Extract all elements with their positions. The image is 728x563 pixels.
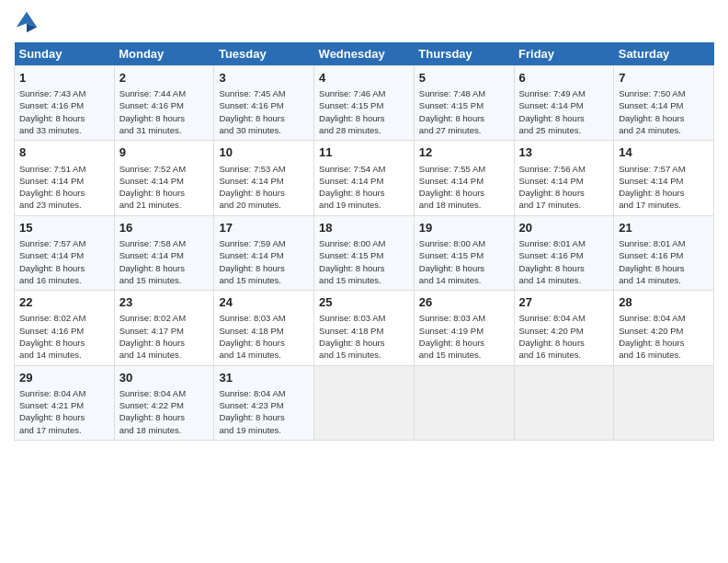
day-number: 15 [19,220,109,236]
header-cell-wednesday: Wednesday [314,42,415,66]
calendar-cell: 19Sunrise: 8:00 AMSunset: 4:15 PMDayligh… [414,215,514,290]
day-number: 6 [519,70,609,86]
calendar-cell: 17Sunrise: 7:59 AMSunset: 4:14 PMDayligh… [214,215,314,290]
header-cell-friday: Friday [514,42,614,66]
day-number: 7 [619,70,709,86]
day-number: 5 [419,70,509,86]
calendar-cell: 5Sunrise: 7:48 AMSunset: 4:15 PMDaylight… [414,66,514,141]
calendar-cell: 27Sunrise: 8:04 AMSunset: 4:20 PMDayligh… [514,291,614,365]
calendar-header-row: SundayMondayTuesdayWednesdayThursdayFrid… [15,42,714,66]
calendar-cell: 31Sunrise: 8:04 AMSunset: 4:23 PMDayligh… [214,365,314,440]
day-number: 18 [319,220,409,236]
calendar-cell: 20Sunrise: 8:01 AMSunset: 4:16 PMDayligh… [514,215,614,290]
calendar-cell: 24Sunrise: 8:03 AMSunset: 4:18 PMDayligh… [214,291,314,365]
calendar-cell: 28Sunrise: 8:04 AMSunset: 4:20 PMDayligh… [614,291,714,365]
calendar-cell: 29Sunrise: 8:04 AMSunset: 4:21 PMDayligh… [15,365,115,440]
day-number: 4 [319,70,409,86]
day-number: 23 [119,294,210,311]
day-number: 8 [19,144,109,161]
calendar-cell: 22Sunrise: 8:02 AMSunset: 4:16 PMDayligh… [15,291,115,365]
header-cell-monday: Monday [114,42,214,66]
calendar-cell: 8Sunrise: 7:51 AMSunset: 4:14 PMDaylight… [15,141,115,215]
calendar-cell: 18Sunrise: 8:00 AMSunset: 4:15 PMDayligh… [314,215,415,290]
calendar-cell: 16Sunrise: 7:58 AMSunset: 4:14 PMDayligh… [114,215,214,290]
calendar-week-1: 1Sunrise: 7:43 AMSunset: 4:16 PMDaylight… [15,66,714,141]
calendar-cell: 1Sunrise: 7:43 AMSunset: 4:16 PMDaylight… [15,66,115,141]
day-number: 17 [219,220,309,236]
calendar-cell: 30Sunrise: 8:04 AMSunset: 4:22 PMDayligh… [114,365,214,440]
day-number: 13 [519,144,609,161]
calendar-cell: 6Sunrise: 7:49 AMSunset: 4:14 PMDaylight… [514,66,614,141]
day-number: 25 [319,294,409,311]
day-number: 27 [519,294,609,311]
calendar-cell [614,365,714,440]
day-number: 29 [19,370,109,386]
calendar-cell [314,365,415,440]
calendar-cell: 13Sunrise: 7:56 AMSunset: 4:14 PMDayligh… [514,141,614,215]
day-number: 3 [219,70,309,86]
day-number: 22 [19,294,109,311]
calendar-cell [514,365,614,440]
logo [14,9,43,35]
calendar-cell: 12Sunrise: 7:55 AMSunset: 4:14 PMDayligh… [414,141,514,215]
day-number: 16 [119,220,210,236]
calendar-cell: 25Sunrise: 8:03 AMSunset: 4:18 PMDayligh… [314,291,415,365]
calendar-table: SundayMondayTuesdayWednesdayThursdayFrid… [14,42,714,441]
calendar-cell: 4Sunrise: 7:46 AMSunset: 4:15 PMDaylight… [314,66,415,141]
day-number: 20 [519,220,609,236]
header-cell-saturday: Saturday [614,42,714,66]
calendar-cell: 7Sunrise: 7:50 AMSunset: 4:14 PMDaylight… [614,66,714,141]
day-number: 10 [219,144,309,161]
day-number: 30 [119,370,210,386]
day-number: 11 [319,144,409,161]
calendar-body: 1Sunrise: 7:43 AMSunset: 4:16 PMDaylight… [15,66,714,441]
calendar-cell: 14Sunrise: 7:57 AMSunset: 4:14 PMDayligh… [614,141,714,215]
day-number: 26 [419,294,509,311]
day-number: 1 [19,70,109,86]
day-number: 24 [219,294,309,311]
page-container: SundayMondayTuesdayWednesdayThursdayFrid… [0,0,728,450]
calendar-week-5: 29Sunrise: 8:04 AMSunset: 4:21 PMDayligh… [15,365,714,440]
calendar-week-2: 8Sunrise: 7:51 AMSunset: 4:14 PMDaylight… [15,141,714,215]
calendar-cell: 26Sunrise: 8:03 AMSunset: 4:19 PMDayligh… [414,291,514,365]
calendar-cell: 9Sunrise: 7:52 AMSunset: 4:14 PMDaylight… [114,141,214,215]
day-number: 12 [419,144,509,161]
calendar-cell: 21Sunrise: 8:01 AMSunset: 4:16 PMDayligh… [614,215,714,290]
header-cell-thursday: Thursday [414,42,514,66]
calendar-cell: 15Sunrise: 7:57 AMSunset: 4:14 PMDayligh… [15,215,115,290]
day-number: 2 [119,70,210,86]
logo-icon [14,9,40,35]
calendar-week-3: 15Sunrise: 7:57 AMSunset: 4:14 PMDayligh… [15,215,714,290]
header-cell-sunday: Sunday [15,42,115,66]
header-cell-tuesday: Tuesday [214,42,314,66]
calendar-cell: 2Sunrise: 7:44 AMSunset: 4:16 PMDaylight… [114,66,214,141]
calendar-week-4: 22Sunrise: 8:02 AMSunset: 4:16 PMDayligh… [15,291,714,365]
day-number: 31 [219,370,309,386]
calendar-cell: 23Sunrise: 8:02 AMSunset: 4:17 PMDayligh… [114,291,214,365]
calendar-cell: 3Sunrise: 7:45 AMSunset: 4:16 PMDaylight… [214,66,314,141]
calendar-cell: 10Sunrise: 7:53 AMSunset: 4:14 PMDayligh… [214,141,314,215]
calendar-cell: 11Sunrise: 7:54 AMSunset: 4:14 PMDayligh… [314,141,415,215]
day-number: 14 [619,144,709,161]
calendar-cell [414,365,514,440]
page-header [14,9,714,35]
day-number: 19 [419,220,509,236]
day-number: 21 [619,220,709,236]
day-number: 9 [119,144,210,161]
day-number: 28 [619,294,709,311]
